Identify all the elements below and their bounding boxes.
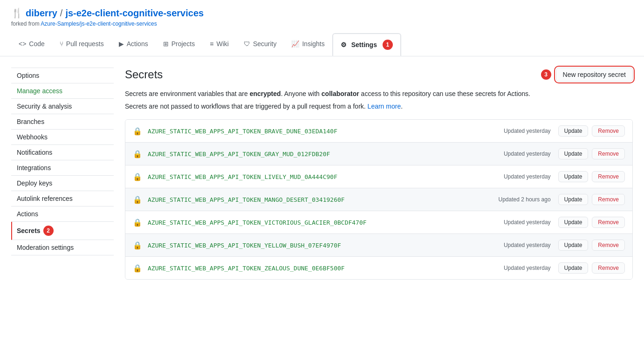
remove-button[interactable]: Remove: [592, 125, 625, 137]
new-repository-secret-button[interactable]: New repository secret: [556, 68, 633, 82]
secret-actions: Update Remove: [558, 148, 625, 159]
repo-nav: <> Code ⑂ Pull requests ▶ Actions ⊞: [11, 33, 633, 56]
secret-updated-time: Updated yesterday: [504, 219, 551, 226]
secret-name: AZURE_STATIC_WEB_APPS_API_TOKEN_ZEALOUS_…: [148, 265, 504, 272]
secret-name: AZURE_STATIC_WEB_APPS_API_TOKEN_YELLOW_B…: [148, 242, 504, 249]
remove-button[interactable]: Remove: [592, 171, 625, 182]
sidebar-item-deploy-keys[interactable]: Deploy keys: [11, 176, 114, 191]
nav-tab-actions[interactable]: ▶ Actions: [111, 34, 156, 54]
table-row: 🔒 AZURE_STATIC_WEB_APPS_API_TOKEN_VICTOR…: [125, 211, 632, 234]
sidebar-item-integrations[interactable]: Integrations: [11, 160, 114, 176]
secret-updated-time: Updated 2 hours ago: [499, 196, 551, 203]
table-row: 🔒 AZURE_STATIC_WEB_APPS_API_TOKEN_GRAY_M…: [125, 143, 632, 165]
secret-name: AZURE_STATIC_WEB_APPS_API_TOKEN_GRAY_MUD…: [148, 151, 504, 158]
table-row: 🔒 AZURE_STATIC_WEB_APPS_API_TOKEN_ZEALOU…: [125, 257, 632, 279]
sidebar-item-autolink-references[interactable]: Autolink references: [11, 191, 114, 206]
remove-button[interactable]: Remove: [592, 262, 625, 274]
table-row: 🔒 AZURE_STATIC_WEB_APPS_API_TOKEN_MANGO_…: [125, 188, 632, 211]
pull-requests-icon: ⑂: [60, 40, 63, 48]
update-button[interactable]: Update: [558, 148, 589, 159]
secrets-step-badge: 2: [43, 226, 54, 236]
insights-icon: 📈: [291, 40, 299, 48]
remove-button[interactable]: Remove: [592, 194, 625, 205]
lock-icon: 🔒: [133, 218, 142, 227]
projects-icon: ⊞: [163, 40, 169, 48]
update-button[interactable]: Update: [558, 125, 589, 137]
remove-button[interactable]: Remove: [592, 240, 625, 251]
table-row: 🔒 AZURE_STATIC_WEB_APPS_API_TOKEN_BRAVE_…: [125, 120, 632, 143]
lock-icon: 🔒: [133, 150, 142, 158]
secrets-list: 🔒 AZURE_STATIC_WEB_APPS_API_TOKEN_BRAVE_…: [125, 119, 633, 280]
table-row: 🔒 AZURE_STATIC_WEB_APPS_API_TOKEN_YELLOW…: [125, 234, 632, 257]
nav-tab-code[interactable]: <> Code: [11, 34, 52, 54]
main-content: Secrets 3 New repository secret Secrets …: [125, 68, 633, 325]
secret-actions: Update Remove: [558, 217, 625, 228]
remove-button[interactable]: Remove: [592, 217, 625, 228]
nav-tab-pull-requests[interactable]: ⑂ Pull requests: [52, 34, 111, 54]
page-title: Secrets: [125, 68, 163, 81]
sidebar-item-secrets[interactable]: Secrets 2: [11, 222, 114, 240]
fork-icon: 🍴: [11, 7, 23, 19]
secret-updated-time: Updated yesterday: [504, 128, 551, 134]
nav-tab-settings[interactable]: ⚙ Settings 1: [332, 33, 401, 56]
sidebar-item-actions[interactable]: Actions: [11, 206, 114, 222]
secret-name: AZURE_STATIC_WEB_APPS_API_TOKEN_LIVELY_M…: [148, 173, 504, 180]
nav-tab-security[interactable]: 🛡 Security: [236, 34, 284, 54]
security-icon: 🛡: [244, 40, 250, 48]
secrets-description: Secrets are environment variables that a…: [125, 89, 633, 99]
sidebar-item-notifications[interactable]: Notifications: [11, 145, 114, 160]
secret-updated-time: Updated yesterday: [504, 173, 551, 180]
secret-name: AZURE_STATIC_WEB_APPS_API_TOKEN_MANGO_DE…: [148, 196, 499, 203]
sidebar-item-security-analysis[interactable]: Security & analysis: [11, 99, 114, 114]
code-icon: <>: [19, 40, 26, 48]
update-button[interactable]: Update: [558, 171, 589, 182]
secret-updated-time: Updated yesterday: [504, 265, 551, 271]
secret-actions: Update Remove: [558, 262, 625, 274]
secret-name: AZURE_STATIC_WEB_APPS_API_TOKEN_BRAVE_DU…: [148, 128, 504, 135]
learn-more-link[interactable]: Learn more: [368, 103, 401, 110]
secret-updated-time: Updated yesterday: [504, 151, 551, 157]
wiki-icon: ≡: [210, 40, 213, 48]
secret-actions: Update Remove: [558, 125, 625, 137]
sidebar-item-moderation-settings[interactable]: Moderation settings: [11, 240, 114, 255]
nav-tab-insights[interactable]: 📈 Insights: [284, 34, 332, 54]
table-row: 🔒 AZURE_STATIC_WEB_APPS_API_TOKEN_LIVELY…: [125, 165, 632, 188]
settings-step-badge: 1: [383, 40, 393, 50]
sidebar-item-webhooks[interactable]: Webhooks: [11, 130, 114, 145]
lock-icon: 🔒: [133, 241, 142, 250]
update-button[interactable]: Update: [558, 262, 589, 274]
sidebar-item-manage-access[interactable]: Manage access: [11, 83, 114, 99]
actions-icon: ▶: [119, 40, 124, 48]
secret-actions: Update Remove: [558, 171, 625, 182]
nav-tab-wiki[interactable]: ≡ Wiki: [202, 34, 236, 54]
update-button[interactable]: Update: [558, 194, 589, 205]
new-secret-step-badge: 3: [541, 69, 551, 80]
settings-icon: ⚙: [341, 41, 347, 48]
org-link[interactable]: diberry: [26, 8, 57, 19]
secrets-note: Secrets are not passed to workflows that…: [125, 103, 633, 110]
secret-updated-time: Updated yesterday: [504, 242, 551, 248]
lock-icon: 🔒: [133, 264, 142, 273]
lock-icon: 🔒: [133, 195, 142, 204]
secret-actions: Update Remove: [558, 240, 625, 251]
lock-icon: 🔒: [133, 172, 142, 181]
separator: /: [60, 8, 63, 19]
sidebar-item-options[interactable]: Options: [11, 68, 114, 83]
lock-icon: 🔒: [133, 127, 142, 136]
secret-actions: Update Remove: [558, 194, 625, 205]
update-button[interactable]: Update: [558, 217, 589, 228]
fork-source-link[interactable]: Azure-Samples/js-e2e-client-cognitive-se…: [41, 21, 157, 27]
repo-name-link[interactable]: js-e2e-client-cognitive-services: [65, 8, 204, 19]
settings-sidebar: Options Manage access Security & analysi…: [11, 68, 114, 325]
remove-button[interactable]: Remove: [592, 148, 625, 159]
secret-name: AZURE_STATIC_WEB_APPS_API_TOKEN_VICTORIO…: [148, 219, 504, 226]
update-button[interactable]: Update: [558, 240, 589, 251]
sidebar-item-branches[interactable]: Branches: [11, 114, 114, 130]
nav-tab-projects[interactable]: ⊞ Projects: [156, 34, 203, 54]
fork-text: forked from: [11, 21, 40, 27]
secrets-header: Secrets 3 New repository secret: [125, 68, 633, 82]
